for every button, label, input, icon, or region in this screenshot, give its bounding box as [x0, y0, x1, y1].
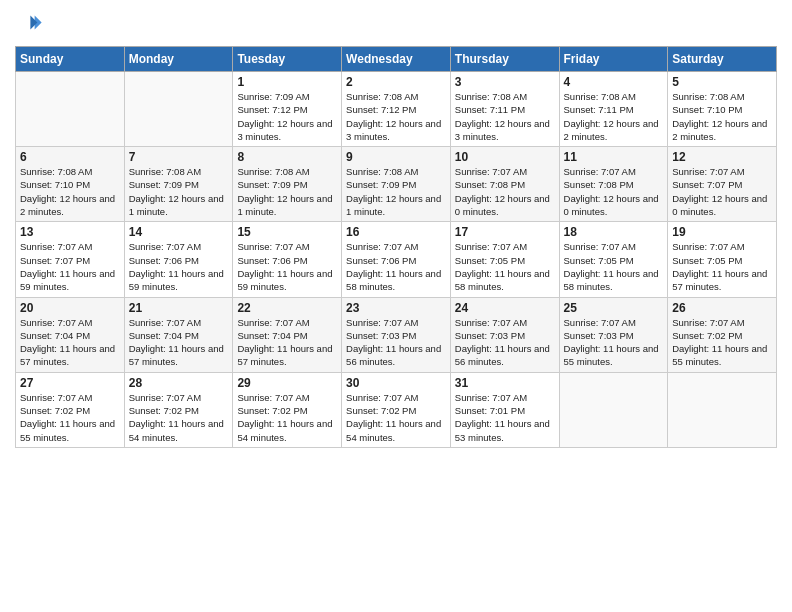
logo-icon	[15, 10, 43, 38]
day-number: 4	[564, 75, 664, 89]
day-info: Sunrise: 7:07 AM Sunset: 7:02 PM Dayligh…	[129, 391, 229, 444]
day-info: Sunrise: 7:07 AM Sunset: 7:08 PM Dayligh…	[455, 165, 555, 218]
calendar-cell	[124, 72, 233, 147]
day-info: Sunrise: 7:07 AM Sunset: 7:04 PM Dayligh…	[237, 316, 337, 369]
day-info: Sunrise: 7:07 AM Sunset: 7:06 PM Dayligh…	[129, 240, 229, 293]
day-info: Sunrise: 7:09 AM Sunset: 7:12 PM Dayligh…	[237, 90, 337, 143]
day-number: 24	[455, 301, 555, 315]
day-number: 11	[564, 150, 664, 164]
calendar-cell: 7Sunrise: 7:08 AM Sunset: 7:09 PM Daylig…	[124, 147, 233, 222]
calendar-header-row: SundayMondayTuesdayWednesdayThursdayFrid…	[16, 47, 777, 72]
day-number: 13	[20, 225, 120, 239]
day-number: 5	[672, 75, 772, 89]
day-number: 6	[20, 150, 120, 164]
calendar-cell: 16Sunrise: 7:07 AM Sunset: 7:06 PM Dayli…	[342, 222, 451, 297]
day-info: Sunrise: 7:07 AM Sunset: 7:07 PM Dayligh…	[672, 165, 772, 218]
calendar-week-row: 20Sunrise: 7:07 AM Sunset: 7:04 PM Dayli…	[16, 297, 777, 372]
calendar-cell: 14Sunrise: 7:07 AM Sunset: 7:06 PM Dayli…	[124, 222, 233, 297]
calendar-cell: 23Sunrise: 7:07 AM Sunset: 7:03 PM Dayli…	[342, 297, 451, 372]
logo	[15, 10, 45, 38]
day-info: Sunrise: 7:08 AM Sunset: 7:10 PM Dayligh…	[672, 90, 772, 143]
calendar-cell	[16, 72, 125, 147]
calendar-cell: 25Sunrise: 7:07 AM Sunset: 7:03 PM Dayli…	[559, 297, 668, 372]
column-header-wednesday: Wednesday	[342, 47, 451, 72]
calendar-cell: 11Sunrise: 7:07 AM Sunset: 7:08 PM Dayli…	[559, 147, 668, 222]
calendar-week-row: 1Sunrise: 7:09 AM Sunset: 7:12 PM Daylig…	[16, 72, 777, 147]
calendar-cell: 2Sunrise: 7:08 AM Sunset: 7:12 PM Daylig…	[342, 72, 451, 147]
header	[15, 10, 777, 38]
calendar-cell: 28Sunrise: 7:07 AM Sunset: 7:02 PM Dayli…	[124, 372, 233, 447]
calendar-cell: 8Sunrise: 7:08 AM Sunset: 7:09 PM Daylig…	[233, 147, 342, 222]
day-number: 3	[455, 75, 555, 89]
day-number: 18	[564, 225, 664, 239]
calendar-cell: 19Sunrise: 7:07 AM Sunset: 7:05 PM Dayli…	[668, 222, 777, 297]
day-number: 15	[237, 225, 337, 239]
calendar-cell: 20Sunrise: 7:07 AM Sunset: 7:04 PM Dayli…	[16, 297, 125, 372]
day-info: Sunrise: 7:08 AM Sunset: 7:12 PM Dayligh…	[346, 90, 446, 143]
calendar-cell: 1Sunrise: 7:09 AM Sunset: 7:12 PM Daylig…	[233, 72, 342, 147]
day-info: Sunrise: 7:07 AM Sunset: 7:04 PM Dayligh…	[129, 316, 229, 369]
day-info: Sunrise: 7:07 AM Sunset: 7:08 PM Dayligh…	[564, 165, 664, 218]
calendar-cell: 24Sunrise: 7:07 AM Sunset: 7:03 PM Dayli…	[450, 297, 559, 372]
calendar-cell: 3Sunrise: 7:08 AM Sunset: 7:11 PM Daylig…	[450, 72, 559, 147]
column-header-friday: Friday	[559, 47, 668, 72]
day-info: Sunrise: 7:07 AM Sunset: 7:07 PM Dayligh…	[20, 240, 120, 293]
day-info: Sunrise: 7:07 AM Sunset: 7:06 PM Dayligh…	[346, 240, 446, 293]
column-header-thursday: Thursday	[450, 47, 559, 72]
day-info: Sunrise: 7:08 AM Sunset: 7:11 PM Dayligh…	[455, 90, 555, 143]
calendar-week-row: 13Sunrise: 7:07 AM Sunset: 7:07 PM Dayli…	[16, 222, 777, 297]
day-number: 14	[129, 225, 229, 239]
day-number: 26	[672, 301, 772, 315]
calendar-week-row: 27Sunrise: 7:07 AM Sunset: 7:02 PM Dayli…	[16, 372, 777, 447]
calendar-cell: 18Sunrise: 7:07 AM Sunset: 7:05 PM Dayli…	[559, 222, 668, 297]
calendar-cell: 27Sunrise: 7:07 AM Sunset: 7:02 PM Dayli…	[16, 372, 125, 447]
day-info: Sunrise: 7:08 AM Sunset: 7:11 PM Dayligh…	[564, 90, 664, 143]
day-number: 7	[129, 150, 229, 164]
day-number: 20	[20, 301, 120, 315]
column-header-tuesday: Tuesday	[233, 47, 342, 72]
day-number: 8	[237, 150, 337, 164]
calendar-cell: 9Sunrise: 7:08 AM Sunset: 7:09 PM Daylig…	[342, 147, 451, 222]
day-info: Sunrise: 7:07 AM Sunset: 7:04 PM Dayligh…	[20, 316, 120, 369]
calendar-cell	[668, 372, 777, 447]
day-number: 19	[672, 225, 772, 239]
day-info: Sunrise: 7:07 AM Sunset: 7:05 PM Dayligh…	[564, 240, 664, 293]
day-number: 30	[346, 376, 446, 390]
calendar-cell: 4Sunrise: 7:08 AM Sunset: 7:11 PM Daylig…	[559, 72, 668, 147]
calendar-cell: 15Sunrise: 7:07 AM Sunset: 7:06 PM Dayli…	[233, 222, 342, 297]
calendar-cell: 30Sunrise: 7:07 AM Sunset: 7:02 PM Dayli…	[342, 372, 451, 447]
calendar-table: SundayMondayTuesdayWednesdayThursdayFrid…	[15, 46, 777, 448]
day-number: 21	[129, 301, 229, 315]
day-number: 31	[455, 376, 555, 390]
day-number: 9	[346, 150, 446, 164]
day-number: 29	[237, 376, 337, 390]
calendar-cell: 13Sunrise: 7:07 AM Sunset: 7:07 PM Dayli…	[16, 222, 125, 297]
calendar-cell: 21Sunrise: 7:07 AM Sunset: 7:04 PM Dayli…	[124, 297, 233, 372]
day-number: 17	[455, 225, 555, 239]
day-info: Sunrise: 7:08 AM Sunset: 7:10 PM Dayligh…	[20, 165, 120, 218]
day-info: Sunrise: 7:08 AM Sunset: 7:09 PM Dayligh…	[346, 165, 446, 218]
day-info: Sunrise: 7:07 AM Sunset: 7:05 PM Dayligh…	[455, 240, 555, 293]
day-info: Sunrise: 7:07 AM Sunset: 7:03 PM Dayligh…	[564, 316, 664, 369]
day-number: 22	[237, 301, 337, 315]
calendar-cell: 29Sunrise: 7:07 AM Sunset: 7:02 PM Dayli…	[233, 372, 342, 447]
calendar-week-row: 6Sunrise: 7:08 AM Sunset: 7:10 PM Daylig…	[16, 147, 777, 222]
day-number: 27	[20, 376, 120, 390]
calendar-cell: 6Sunrise: 7:08 AM Sunset: 7:10 PM Daylig…	[16, 147, 125, 222]
calendar-cell: 12Sunrise: 7:07 AM Sunset: 7:07 PM Dayli…	[668, 147, 777, 222]
day-number: 12	[672, 150, 772, 164]
day-info: Sunrise: 7:07 AM Sunset: 7:02 PM Dayligh…	[346, 391, 446, 444]
day-number: 25	[564, 301, 664, 315]
day-info: Sunrise: 7:08 AM Sunset: 7:09 PM Dayligh…	[129, 165, 229, 218]
day-number: 2	[346, 75, 446, 89]
day-number: 23	[346, 301, 446, 315]
day-info: Sunrise: 7:07 AM Sunset: 7:02 PM Dayligh…	[237, 391, 337, 444]
day-number: 28	[129, 376, 229, 390]
day-info: Sunrise: 7:07 AM Sunset: 7:03 PM Dayligh…	[455, 316, 555, 369]
day-info: Sunrise: 7:08 AM Sunset: 7:09 PM Dayligh…	[237, 165, 337, 218]
day-number: 1	[237, 75, 337, 89]
calendar-cell	[559, 372, 668, 447]
column-header-monday: Monday	[124, 47, 233, 72]
calendar-cell: 5Sunrise: 7:08 AM Sunset: 7:10 PM Daylig…	[668, 72, 777, 147]
day-info: Sunrise: 7:07 AM Sunset: 7:01 PM Dayligh…	[455, 391, 555, 444]
